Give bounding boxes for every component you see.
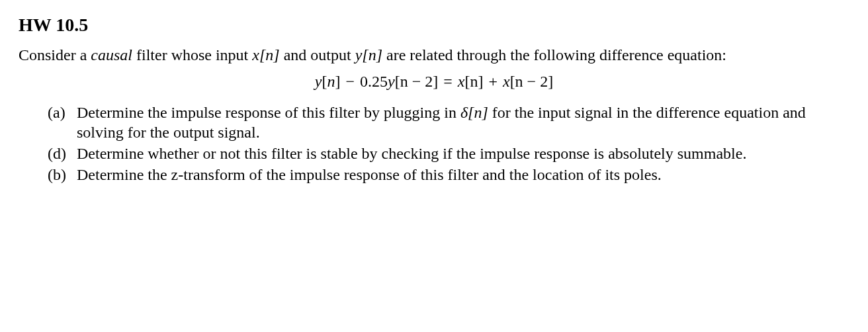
eq-eq: = <box>438 73 458 90</box>
item-marker: (a) <box>48 103 77 142</box>
intro-yn: y[n] <box>355 46 382 63</box>
eq-x1: x <box>458 73 465 90</box>
intro-emph: causal <box>91 46 132 63</box>
item-text-pre: Determine whether or not this filter is … <box>77 145 746 162</box>
item-marker: (b) <box>48 165 77 185</box>
item-marker: (d) <box>48 144 77 163</box>
item-body: Determine the z-transform of the impulse… <box>77 165 849 185</box>
problem-list: (a) Determine the impulse response of th… <box>19 103 849 185</box>
intro-text-post: filter whose input <box>132 46 252 63</box>
difference-equation: y[n] − 0.25y[n − 2] = x[n] + x[n − 2] <box>19 73 849 91</box>
intro-text-pre: Consider a <box>19 46 91 63</box>
item-text-pre: Determine the impulse response of this f… <box>77 104 460 121</box>
eq-coef: 0.25 <box>360 73 388 90</box>
intro-text-tail: are related through the following differ… <box>382 46 726 63</box>
list-item: (a) Determine the impulse response of th… <box>48 103 849 142</box>
intro-paragraph: Consider a causal filter whose input x[n… <box>19 45 849 65</box>
eq-x1arg: [n] <box>464 73 483 90</box>
list-item: (d) Determine whether or not this filter… <box>48 144 849 163</box>
intro-xn: x[n] <box>252 46 279 63</box>
eq-y2: y <box>388 73 395 90</box>
eq-x2arg: [n − 2] <box>510 73 554 90</box>
intro-text-mid: and output <box>280 46 355 63</box>
hw-title: HW 10.5 <box>19 15 849 36</box>
delta-symbol: δ[n] <box>460 104 488 121</box>
eq-x2: x <box>503 73 510 90</box>
eq-lbr1: [ <box>322 73 327 90</box>
eq-y: y <box>315 73 322 90</box>
eq-y2arg: [n − 2] <box>395 73 439 90</box>
eq-rbr1: ] <box>335 73 341 90</box>
eq-n1: n <box>327 73 335 90</box>
item-body: Determine the impulse response of this f… <box>77 103 849 142</box>
item-text-pre: Determine the z-transform of the impulse… <box>77 166 662 183</box>
page: HW 10.5 Consider a causal filter whose i… <box>0 0 868 200</box>
eq-plus: + <box>483 73 503 90</box>
item-body: Determine whether or not this filter is … <box>77 144 849 163</box>
eq-minus: − <box>341 73 361 90</box>
list-item: (b) Determine the z-transform of the imp… <box>48 165 849 185</box>
